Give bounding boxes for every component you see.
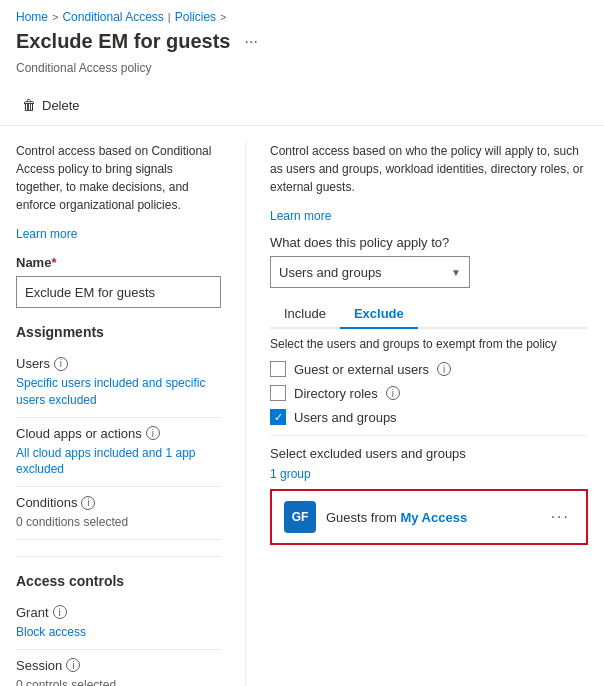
group-name-part1: Guests from <box>326 510 397 525</box>
exclude-section-desc: Select the users and groups to exempt fr… <box>270 337 588 351</box>
tabs-container: Include Exclude <box>270 300 588 329</box>
group-count: 1 group <box>270 467 588 481</box>
page-header: Exclude EM for guests ··· <box>0 30 604 61</box>
right-panel: Control access based on who the policy w… <box>246 142 588 686</box>
grant-assignment: Grant i Block access <box>16 597 221 650</box>
session-label: Session <box>16 658 62 673</box>
page-title: Exclude EM for guests <box>16 30 231 53</box>
tab-exclude[interactable]: Exclude <box>340 300 418 329</box>
tab-include[interactable]: Include <box>270 300 340 329</box>
checkbox-users-groups[interactable]: ✓ <box>270 409 286 425</box>
name-input[interactable] <box>16 276 221 308</box>
session-value[interactable]: 0 controls selected <box>16 677 221 686</box>
left-description: Control access based on Conditional Acce… <box>16 142 221 214</box>
conditions-value[interactable]: 0 conditions selected <box>16 514 221 531</box>
breadcrumb-sep-1: > <box>52 11 58 23</box>
breadcrumb-policies[interactable]: Policies <box>175 10 216 24</box>
delete-label: Delete <box>42 98 80 113</box>
left-panel: Control access based on Conditional Acce… <box>16 142 246 686</box>
checkbox-guest-label: Guest or external users <box>294 362 429 377</box>
checkbox-directory-item[interactable]: Directory roles i <box>270 385 588 401</box>
directory-info-icon[interactable]: i <box>386 386 400 400</box>
group-name: Guests from My Access <box>326 510 537 525</box>
divider <box>270 435 588 436</box>
name-field-label: Name* <box>16 255 221 270</box>
group-avatar: GF <box>284 501 316 533</box>
conditions-assignment: Conditions i 0 conditions selected <box>16 487 221 540</box>
delete-button[interactable]: 🗑 Delete <box>16 93 86 117</box>
group-name-part2: My Access <box>400 510 467 525</box>
users-value[interactable]: Specific users included and specific use… <box>16 375 221 409</box>
session-info-icon[interactable]: i <box>66 658 80 672</box>
more-options-button[interactable]: ··· <box>239 31 264 53</box>
grant-value[interactable]: Block access <box>16 624 221 641</box>
access-controls-title: Access controls <box>16 556 221 589</box>
group-more-options-button[interactable]: ··· <box>547 506 574 528</box>
breadcrumb-conditional-access[interactable]: Conditional Access <box>62 10 163 24</box>
left-learn-more[interactable]: Learn more <box>16 227 77 241</box>
policy-dropdown[interactable]: Users and groups ▼ <box>270 256 470 288</box>
users-info-icon[interactable]: i <box>54 357 68 371</box>
checkbox-users-groups-item[interactable]: ✓ Users and groups <box>270 409 588 425</box>
cloud-apps-assignment: Cloud apps or actions i All cloud apps i… <box>16 418 221 488</box>
breadcrumb-sep-3: > <box>220 11 226 23</box>
checkbox-guest[interactable] <box>270 361 286 377</box>
assignments-title: Assignments <box>16 324 221 340</box>
users-label: Users <box>16 356 50 371</box>
breadcrumb: Home > Conditional Access | Policies > <box>0 0 604 30</box>
policy-question-label: What does this policy apply to? <box>270 235 588 250</box>
conditions-info-icon[interactable]: i <box>81 496 95 510</box>
policy-question-group: What does this policy apply to? Users an… <box>270 235 588 288</box>
name-field-group: Name* <box>16 255 221 308</box>
right-description: Control access based on who the policy w… <box>270 142 588 196</box>
cloud-apps-info-icon[interactable]: i <box>146 426 160 440</box>
breadcrumb-sep-2: | <box>168 11 171 23</box>
required-indicator: * <box>51 255 56 270</box>
page-subtitle: Conditional Access policy <box>0 61 604 85</box>
trash-icon: 🗑 <box>22 97 36 113</box>
checkbox-directory[interactable] <box>270 385 286 401</box>
dropdown-arrow-icon: ▼ <box>451 267 461 278</box>
excluded-section-label: Select excluded users and groups <box>270 446 588 461</box>
session-assignment: Session i 0 controls selected <box>16 650 221 686</box>
main-content: Control access based on Conditional Acce… <box>0 126 604 686</box>
breadcrumb-home[interactable]: Home <box>16 10 48 24</box>
users-assignment: Users i Specific users included and spec… <box>16 348 221 418</box>
dropdown-value: Users and groups <box>279 265 382 280</box>
checkbox-guest-item[interactable]: Guest or external users i <box>270 361 588 377</box>
cloud-apps-label: Cloud apps or actions <box>16 426 142 441</box>
cloud-apps-value[interactable]: All cloud apps included and 1 app exclud… <box>16 445 221 479</box>
guest-info-icon[interactable]: i <box>437 362 451 376</box>
grant-label: Grant <box>16 605 49 620</box>
cloud-apps-text-1: All cloud apps included and <box>16 446 162 460</box>
conditions-label: Conditions <box>16 495 77 510</box>
right-learn-more[interactable]: Learn more <box>270 209 331 223</box>
toolbar: 🗑 Delete <box>0 85 604 126</box>
group-item[interactable]: GF Guests from My Access ··· <box>270 489 588 545</box>
checkbox-users-groups-label: Users and groups <box>294 410 397 425</box>
grant-info-icon[interactable]: i <box>53 605 67 619</box>
checkbox-directory-label: Directory roles <box>294 386 378 401</box>
